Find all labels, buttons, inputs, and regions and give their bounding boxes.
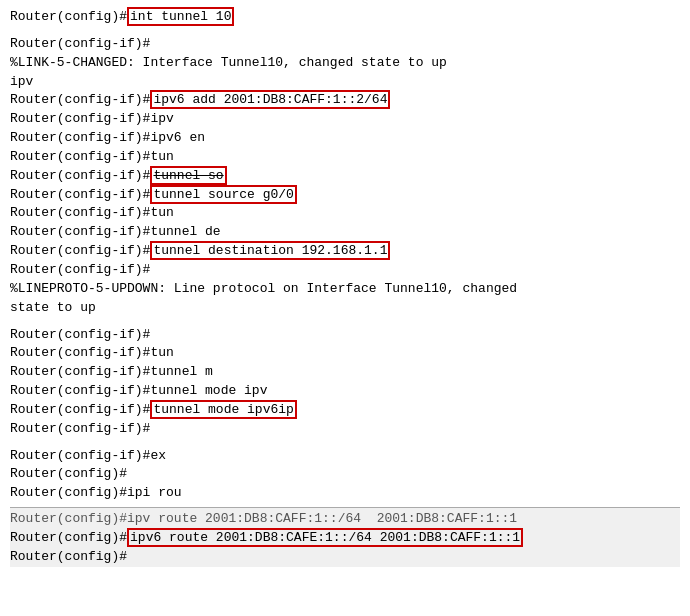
prompt-6: Router(config-if)# (10, 92, 150, 107)
terminal-container: Router(config)#int tunnel 10 Router(conf… (0, 0, 690, 616)
highlight-6: ipv6 add 2001:DB8:CAFF:1::2/64 (150, 90, 390, 109)
line-9: Router(config-if)#tun (10, 148, 680, 167)
line-4: %LINK-5-CHANGED: Interface Tunnel10, cha… (10, 54, 680, 73)
highlight-11: tunnel source g0/0 (150, 185, 296, 204)
line-11: Router(config-if)#tunnel source g0/0 (10, 186, 680, 205)
line-7: Router(config-if)#ipv (10, 110, 680, 129)
highlight-23: tunnel mode ipv6ip (150, 400, 296, 419)
bottom-prompt-2: Router(config)# (10, 530, 127, 545)
line-27: Router(config)# (10, 465, 680, 484)
line-1: Router(config)#int tunnel 10 (10, 8, 680, 27)
line-13: Router(config-if)#tunnel de (10, 223, 680, 242)
line-28: Router(config)#ipi rou (10, 484, 680, 503)
line-21: Router(config-if)#tunnel m (10, 363, 680, 382)
line-5: ipv (10, 73, 680, 92)
bottom-line-2: Router(config)#ipv6 route 2001:DB8:CAFE:… (10, 529, 680, 548)
line-26: Router(config-if)#ex (10, 447, 680, 466)
prompt-11: Router(config-if)# (10, 187, 150, 202)
line-3: Router(config-if)# (10, 35, 680, 54)
highlight-1: int tunnel 10 (127, 7, 234, 26)
bottom-highlight-2: ipv6 route 2001:DB8:CAFE:1::/64 2001:DB8… (127, 528, 523, 547)
prompt-1: Router(config)# (10, 9, 127, 24)
line-17: state to up (10, 299, 680, 318)
line-15: Router(config-if)# (10, 261, 680, 280)
line-24: Router(config-if)# (10, 420, 680, 439)
line-23: Router(config-if)#tunnel mode ipv6ip (10, 401, 680, 420)
prompt-10: Router(config-if)# (10, 168, 150, 183)
line-16: %LINEPROTO-5-UPDOWN: Line protocol on In… (10, 280, 680, 299)
highlight-14: tunnel destination 192.168.1.1 (150, 241, 390, 260)
bottom-line-3: Router(config)# (10, 548, 680, 567)
line-19: Router(config-if)# (10, 326, 680, 345)
prompt-14: Router(config-if)# (10, 243, 150, 258)
bottom-line-1: Router(config)#ipv route 2001:DB8:CAFF:1… (10, 510, 680, 529)
line-22: Router(config-if)#tunnel mode ipv (10, 382, 680, 401)
line-8: Router(config-if)#ipv6 en (10, 129, 680, 148)
highlight-10: tunnel so (150, 166, 226, 185)
prompt-23: Router(config-if)# (10, 402, 150, 417)
bottom-section: Router(config)#ipv route 2001:DB8:CAFF:1… (10, 507, 680, 567)
line-10: Router(config-if)#tunnel so (10, 167, 680, 186)
line-12: Router(config-if)#tun (10, 204, 680, 223)
line-6: Router(config-if)#ipv6 add 2001:DB8:CAFF… (10, 91, 680, 110)
line-14: Router(config-if)#tunnel destination 192… (10, 242, 680, 261)
line-20: Router(config-if)#tun (10, 344, 680, 363)
